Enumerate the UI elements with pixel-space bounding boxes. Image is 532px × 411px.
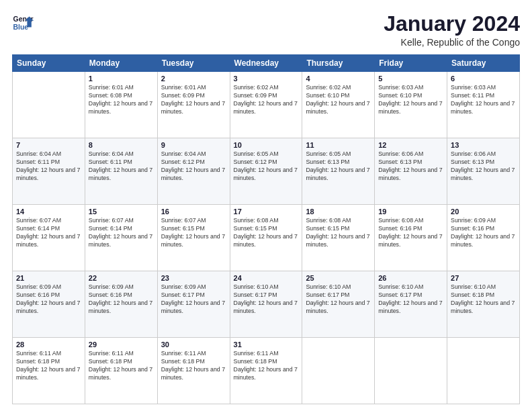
calendar-cell: 22Sunrise: 6:09 AM Sunset: 6:16 PM Dayli… (85, 271, 157, 338)
calendar-week-1: 1Sunrise: 6:01 AM Sunset: 6:08 PM Daylig… (13, 72, 520, 138)
day-number: 26 (378, 274, 443, 282)
calendar-week-2: 7Sunrise: 6:04 AM Sunset: 6:11 PM Daylig… (13, 138, 520, 205)
day-info: Sunrise: 6:04 AM Sunset: 6:11 PM Dayligh… (89, 150, 154, 183)
day-info: Sunrise: 6:08 AM Sunset: 6:16 PM Dayligh… (378, 217, 443, 249)
calendar-week-3: 14Sunrise: 6:07 AM Sunset: 6:14 PM Dayli… (13, 205, 520, 271)
calendar-cell: 7Sunrise: 6:04 AM Sunset: 6:11 PM Daylig… (13, 138, 85, 205)
header: General Blue January 2024 Kelle, Republi… (12, 12, 520, 48)
day-info: Sunrise: 6:09 AM Sunset: 6:16 PM Dayligh… (89, 283, 154, 316)
day-info: Sunrise: 6:10 AM Sunset: 6:18 PM Dayligh… (451, 283, 516, 316)
day-number: 5 (378, 75, 443, 83)
day-info: Sunrise: 6:07 AM Sunset: 6:14 PM Dayligh… (89, 217, 154, 249)
day-info: Sunrise: 6:06 AM Sunset: 6:13 PM Dayligh… (378, 150, 443, 183)
day-number: 22 (89, 274, 154, 282)
day-info: Sunrise: 6:01 AM Sunset: 6:09 PM Dayligh… (161, 84, 226, 116)
day-info: Sunrise: 6:08 AM Sunset: 6:15 PM Dayligh… (234, 217, 299, 249)
calendar-body: 1Sunrise: 6:01 AM Sunset: 6:08 PM Daylig… (13, 72, 520, 404)
day-info: Sunrise: 6:08 AM Sunset: 6:15 PM Dayligh… (306, 217, 371, 249)
day-info: Sunrise: 6:04 AM Sunset: 6:12 PM Dayligh… (161, 150, 226, 183)
day-number: 11 (306, 141, 371, 149)
day-number: 7 (16, 141, 81, 149)
day-number: 9 (161, 141, 226, 149)
day-number: 18 (306, 208, 371, 216)
day-info: Sunrise: 6:10 AM Sunset: 6:17 PM Dayligh… (234, 283, 299, 316)
day-number: 8 (89, 141, 154, 149)
day-number: 25 (306, 274, 371, 282)
calendar-header: Sunday Monday Tuesday Wednesday Thursday… (13, 55, 520, 72)
day-info: Sunrise: 6:05 AM Sunset: 6:13 PM Dayligh… (306, 150, 371, 183)
day-number: 29 (89, 340, 154, 349)
day-info: Sunrise: 6:04 AM Sunset: 6:11 PM Dayligh… (16, 150, 81, 183)
day-number: 21 (16, 274, 81, 282)
day-number: 4 (306, 75, 371, 83)
day-info: Sunrise: 6:09 AM Sunset: 6:17 PM Dayligh… (161, 283, 226, 316)
header-row: Sunday Monday Tuesday Wednesday Thursday… (13, 55, 520, 72)
calendar-week-5: 28Sunrise: 6:11 AM Sunset: 6:18 PM Dayli… (13, 338, 520, 404)
calendar-cell: 18Sunrise: 6:08 AM Sunset: 6:15 PM Dayli… (302, 205, 375, 271)
day-number: 3 (234, 75, 299, 83)
day-number: 27 (451, 274, 516, 282)
calendar-cell: 11Sunrise: 6:05 AM Sunset: 6:13 PM Dayli… (302, 138, 375, 205)
svg-text:Blue: Blue (13, 24, 29, 31)
calendar-cell (447, 338, 520, 404)
main-title: January 2024 (384, 12, 520, 36)
calendar-cell: 6Sunrise: 6:03 AM Sunset: 6:11 PM Daylig… (447, 72, 520, 138)
day-info: Sunrise: 6:07 AM Sunset: 6:15 PM Dayligh… (161, 217, 226, 249)
calendar-cell: 16Sunrise: 6:07 AM Sunset: 6:15 PM Dayli… (157, 205, 230, 271)
calendar-cell: 21Sunrise: 6:09 AM Sunset: 6:16 PM Dayli… (13, 271, 85, 338)
day-info: Sunrise: 6:02 AM Sunset: 6:09 PM Dayligh… (234, 84, 299, 116)
calendar-cell: 1Sunrise: 6:01 AM Sunset: 6:08 PM Daylig… (85, 72, 157, 138)
day-info: Sunrise: 6:11 AM Sunset: 6:18 PM Dayligh… (89, 350, 154, 382)
day-info: Sunrise: 6:06 AM Sunset: 6:13 PM Dayligh… (451, 150, 516, 183)
subtitle: Kelle, Republic of the Congo (384, 37, 520, 48)
day-info: Sunrise: 6:03 AM Sunset: 6:11 PM Dayligh… (451, 84, 516, 116)
day-info: Sunrise: 6:09 AM Sunset: 6:16 PM Dayligh… (16, 283, 81, 316)
calendar-cell: 8Sunrise: 6:04 AM Sunset: 6:11 PM Daylig… (85, 138, 157, 205)
calendar-cell: 25Sunrise: 6:10 AM Sunset: 6:17 PM Dayli… (302, 271, 375, 338)
calendar-cell (13, 72, 85, 138)
day-number: 20 (451, 208, 516, 216)
day-number: 12 (378, 141, 443, 149)
day-number: 28 (16, 340, 81, 349)
day-info: Sunrise: 6:11 AM Sunset: 6:18 PM Dayligh… (161, 350, 226, 382)
calendar-cell: 2Sunrise: 6:01 AM Sunset: 6:09 PM Daylig… (157, 72, 230, 138)
day-number: 14 (16, 208, 81, 216)
day-number: 17 (234, 208, 299, 216)
calendar-week-4: 21Sunrise: 6:09 AM Sunset: 6:16 PM Dayli… (13, 271, 520, 338)
col-friday: Friday (375, 55, 447, 72)
calendar-cell: 31Sunrise: 6:11 AM Sunset: 6:18 PM Dayli… (230, 338, 302, 404)
calendar-cell: 23Sunrise: 6:09 AM Sunset: 6:17 PM Dayli… (157, 271, 230, 338)
day-number: 2 (161, 75, 226, 83)
day-number: 24 (234, 274, 299, 282)
calendar-cell: 4Sunrise: 6:02 AM Sunset: 6:10 PM Daylig… (302, 72, 375, 138)
day-info: Sunrise: 6:10 AM Sunset: 6:17 PM Dayligh… (378, 283, 443, 316)
calendar-cell: 3Sunrise: 6:02 AM Sunset: 6:09 PM Daylig… (230, 72, 302, 138)
day-number: 6 (451, 75, 516, 83)
calendar-cell: 5Sunrise: 6:03 AM Sunset: 6:10 PM Daylig… (375, 72, 447, 138)
calendar-cell: 24Sunrise: 6:10 AM Sunset: 6:17 PM Dayli… (230, 271, 302, 338)
col-tuesday: Tuesday (157, 55, 230, 72)
calendar-cell: 15Sunrise: 6:07 AM Sunset: 6:14 PM Dayli… (85, 205, 157, 271)
calendar-cell: 27Sunrise: 6:10 AM Sunset: 6:18 PM Dayli… (447, 271, 520, 338)
calendar-cell (375, 338, 447, 404)
page: General Blue January 2024 Kelle, Republi… (0, 0, 532, 411)
day-number: 10 (234, 141, 299, 149)
day-info: Sunrise: 6:03 AM Sunset: 6:10 PM Dayligh… (378, 84, 443, 116)
calendar-cell: 12Sunrise: 6:06 AM Sunset: 6:13 PM Dayli… (375, 138, 447, 205)
day-number: 23 (161, 274, 226, 282)
col-monday: Monday (85, 55, 157, 72)
day-number: 15 (89, 208, 154, 216)
logo-icon: General Blue (12, 12, 34, 34)
day-info: Sunrise: 6:02 AM Sunset: 6:10 PM Dayligh… (306, 84, 371, 116)
calendar-table: Sunday Monday Tuesday Wednesday Thursday… (12, 54, 520, 404)
col-sunday: Sunday (13, 55, 85, 72)
day-number: 30 (161, 340, 226, 349)
day-info: Sunrise: 6:11 AM Sunset: 6:18 PM Dayligh… (234, 350, 299, 382)
calendar-cell (302, 338, 375, 404)
day-info: Sunrise: 6:11 AM Sunset: 6:18 PM Dayligh… (16, 350, 81, 382)
calendar-cell: 30Sunrise: 6:11 AM Sunset: 6:18 PM Dayli… (157, 338, 230, 404)
day-info: Sunrise: 6:10 AM Sunset: 6:17 PM Dayligh… (306, 283, 371, 316)
calendar-cell: 26Sunrise: 6:10 AM Sunset: 6:17 PM Dayli… (375, 271, 447, 338)
calendar-cell: 20Sunrise: 6:09 AM Sunset: 6:16 PM Dayli… (447, 205, 520, 271)
day-number: 31 (234, 340, 299, 349)
